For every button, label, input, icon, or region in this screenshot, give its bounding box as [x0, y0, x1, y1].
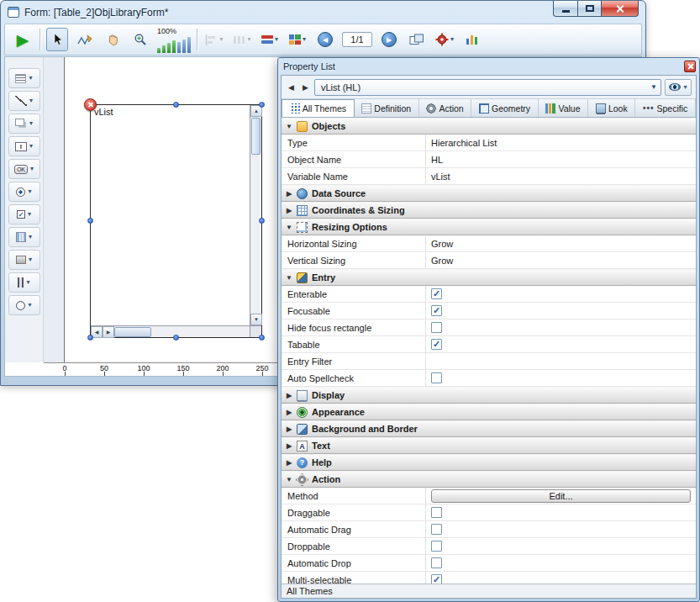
line-tool[interactable]: ▾ [8, 91, 40, 111]
entry-order-tool-button[interactable] [74, 28, 96, 51]
checkbox[interactable] [431, 557, 442, 568]
tab-definition[interactable]: Definition [355, 99, 419, 117]
property-list-close-button[interactable] [684, 61, 696, 72]
previous-page-button[interactable]: ◀ [314, 28, 336, 51]
property-value: Grow [426, 252, 696, 268]
dropdown-arrow-icon: ▾ [26, 279, 29, 286]
form-window-titlebar[interactable]: Form: [Table_2]ObjLibraryForm* [1, 1, 645, 24]
method-edit-button[interactable]: Edit... [431, 489, 691, 503]
splitter-tool[interactable]: ▾ [8, 272, 40, 293]
zoom-tool-button[interactable] [129, 28, 151, 51]
category-help[interactable]: ▶Help [282, 454, 696, 471]
pan-tool-button[interactable] [102, 28, 124, 51]
vertical-scrollbar-thumb[interactable] [251, 118, 261, 155]
checkbox[interactable] [431, 322, 442, 333]
button-tool[interactable]: ▾ [8, 159, 40, 179]
checkbox[interactable]: ✓ [431, 574, 442, 584]
selection-tool-button[interactable] [46, 28, 68, 51]
next-page-button[interactable]: ▶ [378, 28, 400, 51]
category-objects[interactable]: ▼Objects [282, 118, 696, 135]
level-objects-button[interactable]: ▾ [259, 28, 281, 51]
selected-object-name: vList (HL) [321, 82, 650, 92]
horizontal-scrollbar-thumb[interactable] [114, 327, 151, 337]
view-options-button[interactable]: ▾ [287, 28, 308, 51]
property-value [426, 319, 696, 335]
object-vertical-scrollbar[interactable]: ▲ ▼ [250, 105, 261, 325]
property-label: Multi-selectable [282, 572, 426, 584]
property-value-text[interactable]: Hierarchical List [431, 138, 497, 148]
arrow-right-icon: ▶ [107, 330, 111, 335]
category-background-and-border[interactable]: ▶Background and Border [282, 420, 696, 437]
tab-geometry[interactable]: Geometry [471, 99, 538, 117]
property-value-text[interactable]: Grow [431, 239, 453, 249]
form-events-button[interactable]: ▾ [434, 28, 455, 51]
tab-action[interactable]: Action [419, 99, 472, 117]
property-label: Droppable [282, 538, 426, 554]
checkbox[interactable]: ✓ [431, 305, 442, 316]
maximize-button[interactable] [577, 1, 601, 17]
category-action[interactable]: ▼Action [282, 471, 696, 488]
scroll-down-button[interactable]: ▼ [250, 314, 262, 325]
selection-handle-bottom-right[interactable] [259, 335, 265, 341]
category-label: Appearance [311, 407, 365, 417]
property-value: ✓ [426, 286, 696, 302]
selection-handle-left[interactable] [87, 218, 93, 224]
zoom-bars-icon [157, 36, 191, 53]
checkbox[interactable]: ✓ [431, 339, 442, 350]
checkbox-tool[interactable]: ▾ [8, 204, 40, 224]
display-pages-button[interactable] [406, 28, 428, 51]
property-value-text[interactable]: Grow [431, 256, 453, 266]
property-list-titlebar[interactable]: Property List [278, 58, 699, 75]
object-library-button[interactable] [461, 28, 483, 51]
category-entry[interactable]: ▼Entry [282, 269, 696, 286]
category-data-source[interactable]: ▶Data Source [282, 185, 696, 202]
zoom-level-control[interactable]: 100% [157, 26, 191, 53]
property-label: Tabable [282, 336, 426, 352]
line-tool-icon [15, 96, 27, 106]
category-display[interactable]: ▶Display [282, 387, 696, 404]
selection-handle-bottom-left[interactable] [87, 335, 93, 341]
text-tool[interactable]: ▾ [8, 68, 40, 88]
checkbox[interactable] [431, 541, 442, 552]
checkbox[interactable] [431, 507, 442, 518]
category-appearance[interactable]: ▶Appearance [282, 404, 696, 420]
object-selector-dropdown[interactable]: vList (HL) ▼ [314, 79, 661, 96]
group-box-tool[interactable]: ▾ [8, 114, 40, 134]
minimize-button[interactable] [553, 1, 577, 17]
tab-look[interactable]: Look [588, 99, 635, 117]
input-tool[interactable]: ▾ [8, 136, 40, 156]
dropdown-arrow-icon: ▾ [219, 36, 223, 43]
object-horizontal-scrollbar[interactable]: ◀ ▶ [91, 325, 250, 337]
close-button[interactable] [601, 1, 639, 17]
property-value-text[interactable]: vList [431, 172, 450, 182]
execute-form-button[interactable]: ▶ [12, 28, 34, 51]
checkbox[interactable] [431, 372, 442, 383]
selection-handle-top[interactable] [173, 102, 179, 108]
next-object-button[interactable]: ▶ [300, 80, 311, 95]
object-method-badge[interactable] [84, 98, 97, 111]
tab-all-themes[interactable]: All Themes [282, 99, 355, 117]
selection-handle-top-right[interactable] [259, 102, 265, 108]
checkbox[interactable] [431, 524, 442, 535]
category-resizing-options[interactable]: ▼Resizing Options [282, 219, 696, 235]
chevron-down-icon: ▼ [650, 83, 657, 91]
rectangle-tool[interactable]: ▾ [8, 250, 40, 270]
theme-visibility-button[interactable]: ▾ [665, 79, 692, 96]
selection-handle-bottom[interactable] [173, 335, 179, 341]
dropdown-arrow-icon: ▾ [29, 256, 32, 263]
selection-handle-right[interactable] [259, 218, 265, 224]
tab-specific[interactable]: Specific [635, 99, 696, 117]
vlist-hierarchical-list-object[interactable]: vList ▲ ▼ ◀ ▶ [90, 104, 262, 338]
scroll-right-button[interactable]: ▶ [103, 326, 114, 338]
category-coordinates-sizing[interactable]: ▶Coordinates & Sizing [282, 202, 696, 219]
tab-control-tool[interactable]: ▾ [8, 295, 40, 315]
radio-button-tool[interactable]: ▾ [8, 182, 40, 202]
list-box-tool[interactable]: ▾ [8, 227, 40, 247]
dropdown-arrow-icon: ▾ [450, 36, 454, 43]
previous-object-button[interactable]: ◀ [286, 80, 297, 95]
page-indicator: 1/1 [342, 32, 372, 47]
tab-value[interactable]: Value [539, 99, 588, 117]
property-value-text[interactable]: HL [431, 155, 443, 165]
checkbox[interactable]: ✓ [431, 288, 442, 299]
category-text[interactable]: ▶Text [282, 437, 696, 454]
